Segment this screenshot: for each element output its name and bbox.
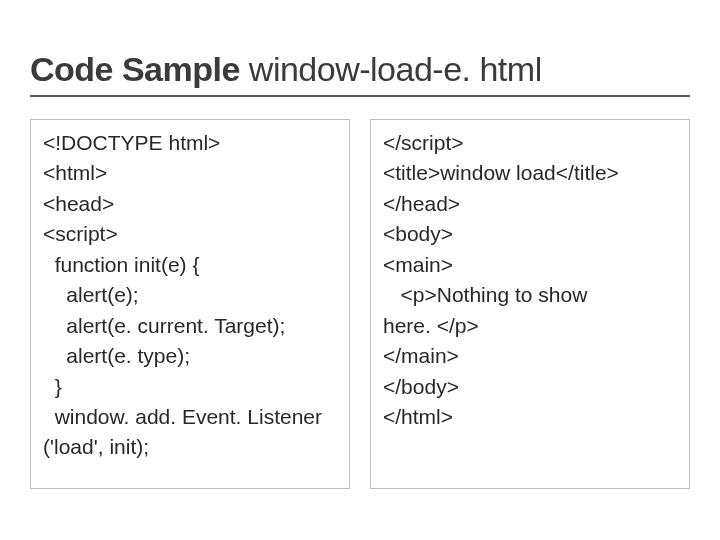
code-line: <main> [383, 250, 677, 280]
code-line: ('load', init); [43, 432, 337, 462]
code-line: <script> [43, 219, 337, 249]
code-line: <head> [43, 189, 337, 219]
title-bold: Code Sample [30, 50, 249, 88]
slide: Code Sample window-load-e. html <!DOCTYP… [0, 0, 720, 519]
code-line: <body> [383, 219, 677, 249]
code-line: window. add. Event. Listener [43, 402, 337, 432]
code-line: <p>Nothing to show [383, 280, 677, 310]
code-line: <!DOCTYPE html> [43, 128, 337, 158]
code-box-right: </script> <title>window load</title> </h… [370, 119, 690, 489]
code-line: </body> [383, 372, 677, 402]
code-line: function init(e) { [43, 250, 337, 280]
code-box-left: <!DOCTYPE html> <html> <head> <script> f… [30, 119, 350, 489]
code-line: } [43, 372, 337, 402]
code-line: <title>window load</title> [383, 158, 677, 188]
code-line: alert(e. current. Target); [43, 311, 337, 341]
code-line: </main> [383, 341, 677, 371]
code-line: </head> [383, 189, 677, 219]
code-line: alert(e); [43, 280, 337, 310]
code-line: </script> [383, 128, 677, 158]
title-light: window-load-e. html [249, 50, 542, 88]
code-line: here. </p> [383, 311, 677, 341]
code-line: alert(e. type); [43, 341, 337, 371]
slide-title: Code Sample window-load-e. html [30, 50, 690, 97]
code-columns: <!DOCTYPE html> <html> <head> <script> f… [30, 119, 690, 489]
code-line: </html> [383, 402, 677, 432]
code-line: <html> [43, 158, 337, 188]
